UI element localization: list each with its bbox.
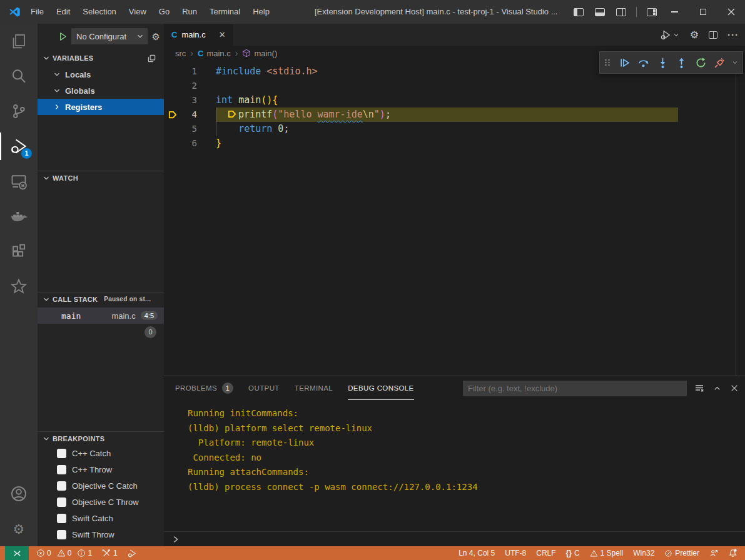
code-editor[interactable]: 1#include <stdio.h>23int main(){4 printf… xyxy=(164,61,745,376)
menu-file[interactable]: File xyxy=(24,0,50,24)
overview-ruler[interactable] xyxy=(736,61,745,376)
menu-run[interactable]: Run xyxy=(176,0,203,24)
step-into-button[interactable] xyxy=(655,54,671,71)
debug-console-output[interactable]: Running initCommands:(lldb) platform sel… xyxy=(164,400,745,531)
breakpoint-row[interactable]: Swift Catch xyxy=(38,510,164,526)
language-mode[interactable]: {} C xyxy=(561,546,585,560)
sidebar-item-search[interactable] xyxy=(0,59,38,94)
code-line-2[interactable]: 2 xyxy=(164,79,745,93)
code-line-3[interactable]: 3int main(){ xyxy=(164,93,745,108)
close-panel-icon[interactable] xyxy=(730,384,739,392)
console-filter-input[interactable] xyxy=(463,381,687,396)
gutter[interactable] xyxy=(164,136,180,151)
sidebar-item-explorer[interactable] xyxy=(0,24,38,59)
breakpoint-checkbox[interactable] xyxy=(57,498,66,507)
call-stack-section-header[interactable]: CALL STACK Paused on st... xyxy=(38,292,164,306)
toggle-panel-icon[interactable] xyxy=(595,8,605,16)
cursor-position[interactable]: Ln 4, Col 5 xyxy=(454,546,500,560)
start-debug-icon[interactable] xyxy=(58,32,68,41)
spell-checker-status[interactable]: 1 Spell xyxy=(585,546,629,560)
variables-item-registers[interactable]: Registers xyxy=(38,99,164,115)
toggle-secondary-sidebar-icon[interactable] xyxy=(616,8,626,16)
encoding[interactable]: UTF-8 xyxy=(500,546,531,560)
code-line-4[interactable]: 4 printf("hello wamr-ide\n"); xyxy=(164,108,745,122)
disconnect-button[interactable] xyxy=(712,54,727,71)
debug-console-input[interactable] xyxy=(164,531,745,546)
formatter-status[interactable]: Prettier xyxy=(659,546,704,560)
continue-button[interactable] xyxy=(617,54,632,71)
customize-layout-icon[interactable] xyxy=(647,8,657,16)
gutter[interactable] xyxy=(164,64,180,79)
sidebar-item-extensions[interactable] xyxy=(0,234,38,269)
breakpoint-checkbox[interactable] xyxy=(57,449,66,458)
menu-go[interactable]: Go xyxy=(153,0,176,24)
sidebar-item-docker[interactable] xyxy=(0,199,38,234)
variables-item-locals[interactable]: Locals xyxy=(38,66,164,82)
variables-section-header[interactable]: VARIABLES xyxy=(38,51,164,65)
call-stack-frame[interactable]: main main.c 4:5 xyxy=(38,308,164,324)
menu-view[interactable]: View xyxy=(123,0,153,24)
settings-gear-icon[interactable]: ⚙ xyxy=(690,30,699,40)
breadcrumb-symbol[interactable]: main() xyxy=(254,49,277,58)
gutter[interactable] xyxy=(164,93,180,108)
target-platform[interactable]: Win32 xyxy=(628,546,659,560)
menu-help[interactable]: Help xyxy=(246,0,276,24)
close-tab-icon[interactable]: ✕ xyxy=(219,30,226,39)
settings-button[interactable]: ⚙ xyxy=(0,511,38,546)
gutter[interactable] xyxy=(164,79,180,93)
remote-indicator[interactable] xyxy=(5,546,29,560)
menu-edit[interactable]: Edit xyxy=(50,0,76,24)
breakpoint-row[interactable]: Swift Throw xyxy=(38,526,164,542)
menu-selection[interactable]: Selection xyxy=(76,0,122,24)
minimize-button[interactable] xyxy=(661,0,689,24)
more-actions-icon[interactable]: ··· xyxy=(727,29,739,40)
eol-sequence[interactable]: CRLF xyxy=(531,546,560,560)
tab-main-c[interactable]: C main.c ✕ xyxy=(164,24,233,46)
toolbar-grip-icon[interactable] xyxy=(602,54,613,71)
step-out-button[interactable] xyxy=(674,54,689,71)
code-line-6[interactable]: 6} xyxy=(164,136,745,151)
copy-icon[interactable] xyxy=(147,54,156,63)
step-over-button[interactable] xyxy=(636,54,651,71)
breakpoint-row[interactable]: C++ Throw xyxy=(38,461,164,478)
variables-item-globals[interactable]: Globals xyxy=(38,82,164,99)
menu-terminal[interactable]: Terminal xyxy=(203,0,246,24)
breadcrumb-file[interactable]: main.c xyxy=(206,49,230,58)
accounts-button[interactable] xyxy=(0,476,38,511)
clear-console-icon[interactable] xyxy=(694,383,704,393)
debug-status-button[interactable] xyxy=(123,546,142,560)
breakpoint-checkbox[interactable] xyxy=(57,514,66,523)
problems-status[interactable]: 0 0 1 xyxy=(31,546,97,560)
tools-status[interactable]: 1 xyxy=(97,546,123,560)
restart-button[interactable] xyxy=(693,54,709,71)
breakpoint-row[interactable]: C++ Catch xyxy=(38,445,164,461)
breakpoint-checkbox[interactable] xyxy=(57,530,66,539)
panel-tab-output[interactable]: OUTPUT xyxy=(248,376,280,400)
config-dropdown[interactable]: No Configurat xyxy=(71,28,148,44)
current-frame-arrow-icon[interactable] xyxy=(164,108,180,122)
panel-tab-terminal[interactable]: TERMINAL xyxy=(295,376,333,400)
split-editor-icon[interactable] xyxy=(709,31,717,39)
breakpoint-checkbox[interactable] xyxy=(57,481,66,491)
close-button[interactable] xyxy=(717,0,745,24)
chevron-down-icon[interactable] xyxy=(731,59,739,66)
maximize-button[interactable] xyxy=(689,0,717,24)
gutter[interactable] xyxy=(164,122,180,136)
sidebar-item-source-control[interactable] xyxy=(0,94,38,129)
toggle-sidebar-icon[interactable] xyxy=(574,8,584,16)
notifications-button[interactable] xyxy=(723,546,745,560)
code-line-5[interactable]: 5 return 0; xyxy=(164,122,745,136)
sidebar-item-star[interactable] xyxy=(0,269,38,304)
breadcrumb-folder[interactable]: src xyxy=(175,49,186,58)
run-or-debug-button[interactable] xyxy=(660,29,680,41)
panel-tab-debug-console[interactable]: DEBUG CONSOLE xyxy=(348,376,414,400)
breakpoints-section-header[interactable]: BREAKPOINTS xyxy=(38,431,164,445)
breakpoint-checkbox[interactable] xyxy=(57,465,66,474)
breakpoint-row[interactable]: Objective C Throw xyxy=(38,494,164,510)
launch-config-gear-icon[interactable]: ⚙ xyxy=(152,32,160,41)
sidebar-item-run-and-debug[interactable]: 1 xyxy=(0,129,38,164)
sidebar-item-remote-explorer[interactable] xyxy=(0,164,38,199)
breakpoint-row[interactable]: Objective C Catch xyxy=(38,478,164,494)
feedback-button[interactable] xyxy=(704,546,723,560)
watch-section-header[interactable]: WATCH xyxy=(38,171,164,184)
